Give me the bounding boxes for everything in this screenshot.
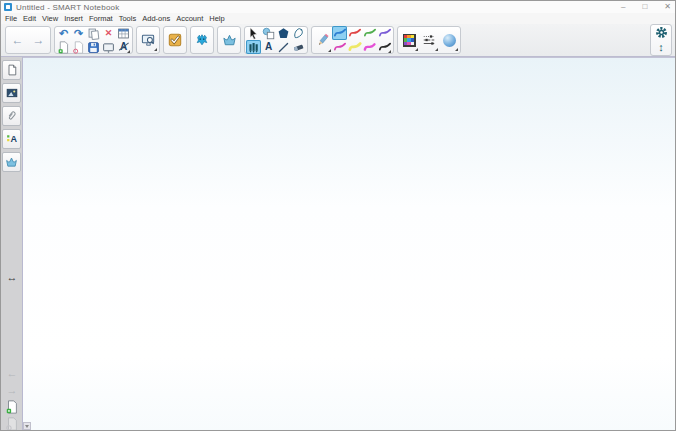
response-check-icon [168,33,182,47]
menu-help[interactable]: Help [209,14,224,23]
delete-page-button[interactable] [71,40,86,54]
redo-icon: ↷ [74,28,83,39]
crown-button[interactable] [219,28,239,52]
maximize-button[interactable]: □ [642,1,647,13]
tab-add-ons[interactable] [2,152,21,172]
select-tool-button[interactable] [246,26,261,40]
pen-magenta-button[interactable] [362,40,377,54]
pen-green-button[interactable] [362,26,377,40]
delete-page-button-sidebar[interactable] [5,417,19,431]
scroll-down-arrow[interactable] [23,422,31,430]
tab-gallery[interactable] [2,83,21,103]
undo-icon: ↶ [59,28,68,39]
magic-pen-tool-button[interactable] [291,26,306,40]
color-palette-button[interactable] [399,28,419,52]
next-page-button[interactable]: → [1,384,23,396]
page-canvas[interactable] [23,57,676,431]
insert-table-button[interactable] [116,26,131,40]
toolbar-group-navigation: ← → [5,26,51,54]
previous-page-button[interactable]: ← [1,367,23,379]
close-button[interactable]: ✕ [664,1,671,13]
page-icon [6,64,18,76]
toolbar-group-edit: ↶ ↷ [54,26,133,54]
back-button[interactable]: ← [7,28,28,52]
tab-attachments[interactable] [2,106,21,126]
add-page-icon [57,41,70,54]
fill-sphere-icon [443,34,456,47]
tab-page-sorter[interactable] [2,60,21,80]
forward-button[interactable]: → [28,28,49,52]
document-camera-button[interactable] [192,28,212,52]
line-style-button[interactable] [419,28,439,52]
line-icon [277,41,290,54]
text-icon: A [265,42,272,52]
pen-black-button[interactable] [377,40,392,54]
pen-yellow-button[interactable] [347,40,362,54]
color-palette-icon [403,34,416,47]
toolbar-move-icon: ↕ [658,42,664,53]
line-tool-button[interactable] [276,40,291,54]
menu-insert[interactable]: Insert [64,14,83,23]
pen-purple-button[interactable] [377,26,392,40]
fill-button[interactable] [439,28,459,52]
screen-shade-button[interactable] [101,40,116,54]
response-button[interactable] [165,28,185,52]
menu-view[interactable]: View [42,14,58,23]
line-style-icon [422,33,436,47]
settings-button[interactable] [652,26,670,40]
shapes-tool-button[interactable] [261,26,276,40]
pen-blue-button[interactable] [332,26,347,40]
pen-green-icon [363,27,377,39]
screen-capture-button[interactable] [138,28,158,52]
add-page-button-sidebar[interactable] [5,400,19,414]
delete-page-icon [72,41,85,54]
pen-black-icon [378,41,392,53]
menu-add-ons[interactable]: Add-ons [142,14,170,23]
pen-yellow-icon [348,41,362,53]
pencil-button[interactable] [313,27,332,53]
document-camera-icon [195,33,209,47]
delete-button[interactable]: ✕ [101,26,116,40]
minimize-button[interactable]: – [621,1,625,13]
magic-pen-icon [292,27,305,40]
screen-shade-icon [102,41,115,54]
redo-button[interactable]: ↷ [71,26,86,40]
toolbar: ← → ↶ ↷ [1,24,676,57]
window-controls: – □ ✕ [621,1,671,13]
paste-button[interactable] [86,26,101,40]
menu-bar: File Edit View Insert Format Tools Add-o… [1,13,676,24]
pen-red-button[interactable] [347,26,362,40]
move-sidebar-button[interactable]: ↔ [1,271,23,283]
text-slash-button[interactable]: A [116,40,131,54]
pen-pink-icon [333,41,347,53]
text-tool-button[interactable]: A [261,40,276,54]
forward-icon: → [33,34,45,46]
menu-tools[interactable]: Tools [119,14,137,23]
toolbar-group-capture [136,26,160,54]
save-button[interactable] [86,40,101,54]
menu-edit[interactable]: Edit [23,14,36,23]
add-page-button[interactable] [56,40,71,54]
app-logo-icon [4,3,12,11]
delete-page-icon [5,417,19,431]
menu-format[interactable]: Format [89,14,113,23]
pencil-icon [316,33,330,47]
tab-properties[interactable]: A [2,129,21,149]
undo-button[interactable]: ↶ [56,26,71,40]
pen-pink-button[interactable] [332,40,347,54]
pen-magenta-icon [363,41,377,53]
menu-file[interactable]: File [5,14,17,23]
paperclip-icon [6,110,18,122]
svg-text:A: A [10,134,17,144]
eraser-tool-button[interactable] [291,40,306,54]
insert-table-icon [117,27,130,40]
delete-icon: ✕ [105,29,113,38]
menu-account[interactable]: Account [176,14,203,23]
paste-icon [87,27,100,40]
sidebar: A ↔ ← → [1,57,23,431]
pens-tool-button[interactable] [246,40,261,54]
properties-a-icon: A [6,133,18,145]
polygon-tool-button[interactable] [276,26,291,40]
window-title: Untitled - SMART Notebook [16,3,119,12]
toolbar-move-button[interactable]: ↕ [652,41,670,55]
